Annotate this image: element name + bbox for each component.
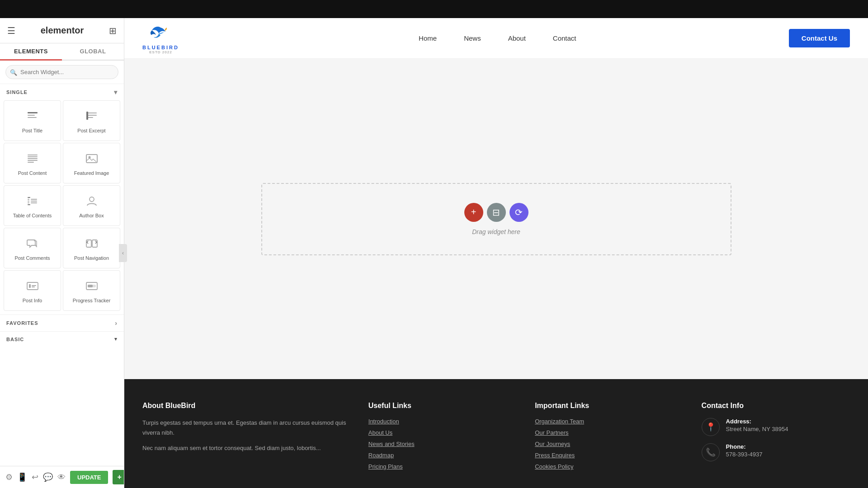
settings-icon[interactable]: ⚙ — [5, 472, 13, 482]
phone-info: Phone: 578-393-4937 — [726, 443, 763, 458]
important-link-partners[interactable]: Our Partners — [535, 429, 683, 436]
widget-post-excerpt[interactable]: Post Excerpt — [63, 100, 120, 141]
important-link-cookies[interactable]: Cookies Policy — [535, 463, 683, 470]
post-navigation-icon — [85, 237, 98, 252]
svg-rect-20 — [31, 201, 37, 202]
important-link-journeys[interactable]: Our Journeys — [535, 441, 683, 447]
widget-post-title[interactable]: Post Title — [4, 100, 61, 141]
search-input[interactable] — [5, 65, 118, 79]
footer-contact-title: Contact Info — [702, 402, 850, 410]
widget-post-comments[interactable]: Post Comments — [4, 228, 61, 268]
post-title-label: Post Title — [22, 128, 42, 133]
basic-section[interactable]: BASIC ▾ — [0, 331, 124, 347]
nav-contact[interactable]: Contact — [553, 34, 576, 42]
svg-rect-10 — [28, 160, 38, 161]
update-button[interactable]: UPDATE — [70, 471, 108, 484]
post-excerpt-icon — [85, 110, 98, 124]
svg-rect-11 — [28, 162, 34, 163]
site-logo: BLUEBIRD ESTD 2022 — [142, 22, 179, 54]
address-value: Street Name, NY 38954 — [726, 426, 788, 432]
preview-icon[interactable]: 👁 — [57, 473, 66, 482]
table-of-contents-icon — [26, 195, 39, 209]
useful-link-news-stories[interactable]: News and Stories — [368, 441, 517, 447]
post-content-label: Post Content — [18, 170, 47, 176]
important-link-org-team[interactable]: Organization Team — [535, 418, 683, 425]
brand-name: elementor — [41, 25, 84, 36]
update-plus-button[interactable]: + — [113, 470, 124, 484]
nav-home[interactable]: Home — [419, 34, 437, 42]
author-box-label: Author Box — [79, 213, 104, 218]
copy-button[interactable]: ⊟ — [487, 203, 506, 222]
svg-rect-23 — [86, 240, 91, 247]
favorites-label: FAVORITES — [6, 320, 38, 326]
logo-text: BLUEBIRD — [142, 45, 179, 50]
drop-zone[interactable]: + ⊟ ⟳ Drag widget here — [261, 183, 731, 255]
svg-rect-3 — [87, 113, 97, 113]
phone-icon: 📞 — [702, 443, 720, 461]
useful-link-introduction[interactable]: Introduction — [368, 418, 517, 425]
contact-us-button[interactable]: Contact Us — [789, 29, 850, 47]
footer-useful-title: Useful Links — [368, 402, 517, 410]
widget-table-of-contents[interactable]: Table of Contents — [4, 185, 61, 226]
nav-news[interactable]: News — [464, 34, 481, 42]
useful-link-about-us[interactable]: About Us — [368, 429, 517, 436]
svg-rect-19 — [31, 199, 37, 200]
svg-rect-28 — [32, 286, 35, 287]
grid-icon[interactable]: ⊞ — [109, 25, 117, 36]
footer-contact-col: Contact Info 📍 Address: Street Name, NY … — [702, 402, 850, 474]
svg-point-22 — [90, 197, 94, 202]
post-navigation-label: Post Navigation — [74, 255, 109, 261]
svg-rect-17 — [28, 202, 29, 203]
widget-post-navigation[interactable]: Post Navigation — [63, 228, 120, 268]
widget-author-box[interactable]: Author Box — [63, 185, 120, 226]
sidebar-header: ☰ elementor ⊞ — [0, 18, 124, 43]
svg-rect-4 — [87, 115, 97, 116]
footer-about-text2: Nec nam aliquam sem et tortor consequat.… — [142, 443, 350, 453]
widget-featured-image[interactable]: Featured Image — [63, 143, 120, 183]
bluebird-logo-icon — [147, 22, 174, 45]
toggle-icon[interactable]: ▾ — [114, 89, 118, 96]
svg-rect-31 — [88, 285, 93, 287]
sidebar-collapse-handle[interactable]: ‹ — [119, 244, 127, 262]
widget-post-content[interactable]: Post Content — [4, 143, 61, 183]
content-area: BLUEBIRD ESTD 2022 Home News About Conta… — [124, 18, 868, 488]
site-nav: BLUEBIRD ESTD 2022 Home News About Conta… — [124, 18, 868, 59]
post-info-label: Post Info — [23, 298, 42, 303]
useful-link-pricing[interactable]: Pricing Plans — [368, 463, 517, 470]
search-icon: 🔍 — [10, 69, 17, 75]
footer-about-col: About BlueBird Turpis egestas sed tempus… — [142, 402, 350, 474]
website-preview: BLUEBIRD ESTD 2022 Home News About Conta… — [124, 18, 868, 379]
phone-value: 578-393-4937 — [726, 451, 763, 458]
post-info-icon — [26, 280, 39, 294]
tab-elements[interactable]: ELEMENTS — [0, 43, 62, 61]
logo-sub: ESTD 2022 — [149, 50, 172, 54]
svg-rect-8 — [28, 156, 38, 157]
add-widget-button[interactable]: + — [464, 203, 483, 222]
responsive-icon[interactable]: 📱 — [17, 472, 27, 482]
favorites-section[interactable]: FAVORITES › — [0, 314, 124, 331]
settings-widget-button[interactable]: ⟳ — [509, 203, 528, 222]
hamburger-icon[interactable]: ☰ — [7, 25, 15, 36]
svg-rect-1 — [28, 115, 35, 116]
sidebar: ☰ elementor ⊞ ELEMENTS GLOBAL 🔍 SINGLE ▾ — [0, 18, 124, 488]
undo-icon[interactable]: ↩ — [32, 472, 38, 482]
nav-about[interactable]: About — [508, 34, 526, 42]
important-link-press[interactable]: Press Enquires — [535, 452, 683, 459]
footer-important-title: Important Links — [535, 402, 683, 410]
footer-important-links-col: Important Links Organization Team Our Pa… — [535, 402, 683, 474]
useful-link-roadmap[interactable]: Roadmap — [368, 452, 517, 459]
revisions-icon[interactable]: 💬 — [43, 472, 53, 482]
footer-address-row: 📍 Address: Street Name, NY 38954 — [702, 418, 850, 436]
post-title-icon — [26, 110, 39, 124]
widget-progress-tracker[interactable]: Progress Tracker — [63, 270, 120, 311]
post-comments-icon — [26, 237, 39, 252]
widget-post-info[interactable]: Post Info — [4, 270, 61, 311]
featured-image-label: Featured Image — [74, 170, 109, 176]
top-bar — [0, 0, 868, 18]
footer-about-title: About BlueBird — [142, 402, 350, 410]
post-excerpt-label: Post Excerpt — [77, 128, 105, 133]
widgets-grid: Post Title Post Excerpt — [0, 99, 124, 314]
tab-global[interactable]: GLOBAL — [62, 43, 124, 60]
svg-rect-9 — [28, 158, 38, 159]
post-comments-label: Post Comments — [14, 255, 50, 261]
